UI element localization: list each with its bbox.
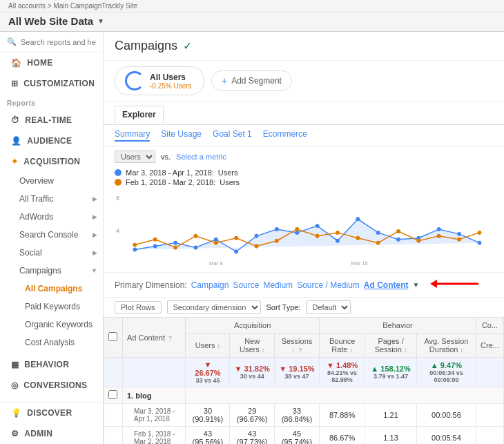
plot-controls: Plot Rows Secondary dimension Sort Type:… — [104, 298, 504, 317]
sort-type-select[interactable]: Default — [306, 300, 351, 314]
segment-sub-label: -0.25% Users — [150, 82, 192, 90]
th-avg-session[interactable]: Avg. Session Duration ↕ — [416, 334, 476, 358]
sidebar-item-social[interactable]: Social▶ — [0, 244, 103, 262]
th-new-users[interactable]: New Users ↕ — [230, 334, 275, 358]
add-segment-button[interactable]: + Add Segment — [211, 70, 292, 91]
breadcrumb-separator: > — [48, 2, 52, 10]
blog-label[interactable]: 1. blog — [123, 387, 186, 404]
admin-icon: ⚙ — [11, 429, 19, 438]
main-header: Campaigns ✓ — [104, 32, 504, 61]
sidebar-item-home[interactable]: 🏠 HOME — [0, 52, 103, 73]
th-sessions[interactable]: Sessions ↕ ? — [274, 334, 319, 358]
sidebar-item-admin[interactable]: ⚙ ADMIN — [0, 423, 103, 444]
svg-point-4 — [153, 244, 157, 249]
metric-selector[interactable]: Users — [115, 151, 155, 163]
svg-point-24 — [193, 234, 197, 238]
svg-text:8: 8 — [116, 195, 119, 202]
dimension-source[interactable]: Source — [233, 280, 259, 290]
svg-point-15 — [376, 231, 380, 235]
svg-point-26 — [234, 236, 238, 240]
segment-bar: All Users -0.25% Users + Add Segment — [104, 61, 504, 102]
sidebar-item-behavior[interactable]: ▦ BEHAVIOR — [0, 354, 103, 375]
sidebar-item-adwords[interactable]: AdWords▶ — [0, 208, 103, 226]
legend-orange-dot — [115, 179, 122, 186]
th-pages-session[interactable]: Pages / Session ↕ — [365, 334, 417, 358]
plot-rows-button[interactable]: Plot Rows — [115, 301, 162, 313]
sidebar-item-paid-keywords[interactable]: Paid Keywords — [0, 298, 103, 316]
svg-point-30 — [316, 234, 320, 238]
dimension-medium[interactable]: Medium — [263, 280, 293, 290]
breadcrumb-site[interactable]: Main CampaignTrackly Site — [53, 2, 137, 10]
table-row-blog-date2: Feb 1, 2018 - Mar 2, 2018 43 (95.56%) 43… — [104, 427, 504, 445]
th-acquisition-group: Acquisition — [186, 318, 319, 334]
svg-point-20 — [477, 241, 481, 245]
site-title-dropdown-icon[interactable]: ▼ — [97, 17, 104, 25]
segment-all-users[interactable]: All Users -0.25% Users — [115, 66, 204, 95]
sidebar-item-label: HOME — [27, 58, 52, 68]
search-input[interactable] — [21, 38, 96, 46]
add-segment-label: Add Segment — [231, 76, 282, 86]
svg-point-5 — [173, 241, 177, 245]
sidebar-item-label: BEHAVIOR — [24, 360, 69, 369]
svg-marker-42 — [430, 280, 437, 288]
avg-session-dur: ▲ 9.47% 00:06:34 vs 00:06:00 — [416, 358, 476, 387]
sidebar-item-overview[interactable]: Overview — [0, 172, 103, 190]
info-icon[interactable]: ? — [168, 335, 172, 342]
breadcrumb-all-accounts[interactable]: All accounts — [8, 2, 46, 10]
svg-point-13 — [336, 239, 340, 243]
th-cre[interactable]: Cre... — [476, 334, 504, 358]
legend-date1: Mar 3, 2018 - Apr 1, 2018: — [126, 168, 214, 177]
svg-point-35 — [416, 239, 420, 243]
segment-label: All Users — [150, 73, 192, 82]
svg-text:Mar 8: Mar 8 — [209, 260, 224, 267]
search-icon: 🔍 — [7, 37, 17, 46]
tab-ecommerce[interactable]: Ecommerce — [263, 129, 307, 142]
sessions-info-icon[interactable]: ? — [298, 347, 302, 354]
sidebar-item-all-traffic[interactable]: All Traffic▶ — [0, 190, 103, 208]
tab-goal-set[interactable]: Goal Set 1 — [213, 129, 252, 142]
svg-point-12 — [316, 224, 320, 228]
dimension-ad-content[interactable]: Ad Content — [364, 280, 409, 290]
sidebar-item-cost-analysis[interactable]: Cost Analysis — [0, 334, 103, 351]
chart-area: 8 4 — [104, 189, 504, 272]
select-metric-link[interactable]: Select a metric — [176, 153, 226, 161]
select-all-checkbox[interactable] — [108, 332, 117, 341]
th-bounce-rate[interactable]: Bounce Rate ↕ — [319, 334, 365, 358]
dimension-campaign[interactable]: Campaign — [191, 280, 229, 290]
sidebar-item-realtime[interactable]: ⏱ REAL-TIME — [0, 110, 103, 131]
svg-point-16 — [396, 238, 400, 242]
sidebar-item-conversions[interactable]: ◎ CONVERSIONS — [0, 375, 103, 396]
blog-checkbox-cell[interactable] — [104, 387, 123, 404]
page-title: Campaigns — [115, 39, 177, 53]
sidebar-item-campaigns[interactable]: Campaigns▼ — [0, 262, 103, 280]
tab-site-usage[interactable]: Site Usage — [161, 129, 202, 142]
behavior-icon: ▦ — [11, 360, 19, 369]
sidebar-search-container[interactable]: 🔍 — [0, 32, 103, 52]
svg-point-6 — [193, 246, 197, 250]
sidebar-item-audience[interactable]: 👤 AUDIENCE — [0, 131, 103, 151]
svg-point-27 — [255, 244, 259, 249]
secondary-dimension-select[interactable]: Secondary dimension — [167, 300, 261, 314]
sidebar-item-acquisition[interactable]: ✦ ACQUISITION — [0, 151, 103, 172]
dropdown-arrow-dimension[interactable]: ▼ — [412, 281, 419, 289]
blog-d1-new-users: 29 (96.67%) — [230, 404, 275, 427]
dimension-source-medium[interactable]: Source / Medium — [297, 280, 360, 290]
sidebar-item-search-console[interactable]: Search Console▶ — [0, 226, 103, 244]
sidebar-item-discover[interactable]: 💡 DISCOVER — [0, 403, 103, 423]
svg-point-23 — [173, 246, 177, 250]
th-checkbox — [104, 318, 123, 358]
sidebar-item-customization[interactable]: ⊞ CUSTOMIZATION — [0, 73, 103, 94]
svg-point-31 — [336, 231, 340, 235]
blog-checkbox[interactable] — [108, 390, 117, 399]
sidebar-item-all-campaigns[interactable]: All Campaigns — [0, 280, 103, 298]
tab-explorer[interactable]: Explorer — [115, 106, 164, 124]
th-users[interactable]: Users ↕ — [186, 334, 230, 358]
tab-summary[interactable]: Summary — [115, 129, 150, 142]
svg-point-28 — [275, 239, 279, 243]
svg-point-32 — [356, 236, 360, 240]
sidebar-item-organic-keywords[interactable]: Organic Keywords — [0, 316, 103, 334]
sidebar: 🔍 🏠 HOME ⊞ CUSTOMIZATION Reports ⏱ REAL-… — [0, 32, 104, 444]
blog-d2-date: Feb 1, 2018 - Mar 2, 2018 — [123, 427, 186, 445]
table-row-blog-header: 1. blog — [104, 387, 504, 404]
th-ad-content[interactable]: Ad Content ? — [123, 318, 186, 358]
